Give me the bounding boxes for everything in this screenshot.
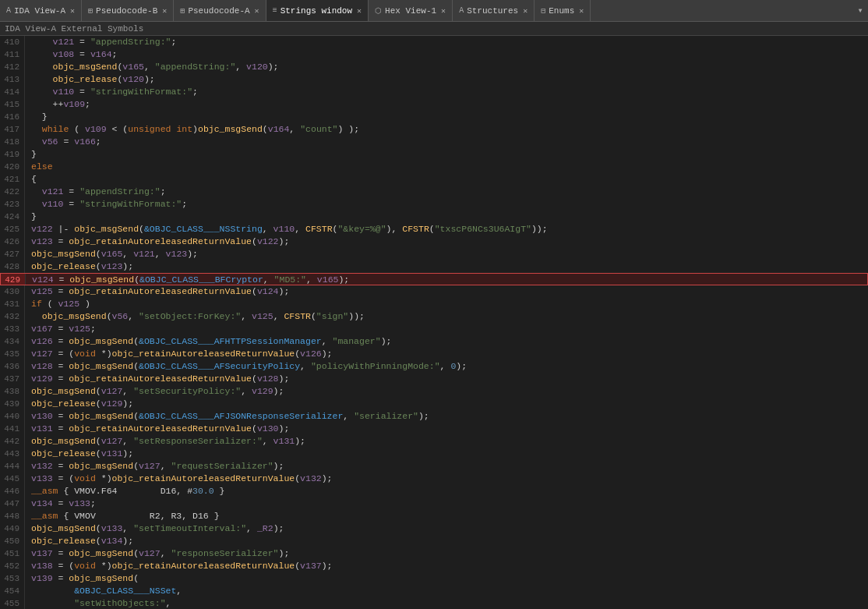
code-row[interactable]: 450objc_release(v134); [0, 535, 868, 547]
code-row[interactable]: 440v130 = objc_msgSend(&OBJC_CLASS___AFJ… [0, 410, 868, 423]
line-number[interactable]: 415 [0, 98, 25, 111]
code-row[interactable]: 422 v121 = "appendString:"; [0, 186, 868, 198]
line-number[interactable]: 455 [0, 597, 25, 609]
line-number[interactable]: 418 [0, 136, 25, 148]
code-row[interactable]: 423 v110 = "stringWithFormat:"; [0, 198, 868, 211]
code-row[interactable]: 438objc_msgSend(v127, "setSecurityPolicy… [0, 385, 868, 398]
code-row[interactable]: 432 objc_msgSend(v56, "setObject:ForKey:… [0, 310, 868, 323]
line-number[interactable]: 437 [0, 373, 25, 385]
code-row[interactable]: 430v125 = objc_retainAutoreleasedReturnV… [0, 285, 868, 298]
code-row[interactable]: 412 objc_msgSend(v165, "appendString:", … [0, 61, 868, 73]
code-area[interactable]: 410 v121 = "appendString:";411 v108 = v1… [0, 36, 868, 609]
line-number[interactable]: 435 [0, 348, 25, 360]
line-number[interactable]: 422 [0, 186, 25, 198]
line-number[interactable]: 434 [0, 335, 25, 348]
line-number[interactable]: 416 [0, 111, 25, 123]
code-row[interactable]: 454 &OBJC_CLASS___NSSet, [0, 585, 868, 597]
line-number[interactable]: 432 [0, 310, 25, 323]
tab-ida-close[interactable]: ✕ [70, 6, 75, 16]
line-number[interactable]: 426 [0, 235, 25, 248]
code-row[interactable]: 448__asm { VMOV R2, R3, D16 } [0, 510, 868, 522]
line-number[interactable]: 436 [0, 360, 25, 373]
code-row[interactable]: 424} [0, 211, 868, 223]
code-row[interactable]: 434v126 = objc_msgSend(&OBJC_CLASS___AFH… [0, 335, 868, 348]
line-number[interactable]: 417 [0, 123, 25, 136]
code-row[interactable]: 433v167 = v125; [0, 323, 868, 335]
line-number[interactable]: 433 [0, 323, 25, 335]
line-number[interactable]: 447 [0, 497, 25, 510]
line-number[interactable]: 431 [0, 298, 25, 310]
line-number[interactable]: 453 [0, 572, 25, 585]
line-number[interactable]: 442 [0, 435, 25, 448]
code-row[interactable]: 447v134 = v133; [0, 497, 868, 510]
line-number[interactable]: 424 [0, 211, 25, 223]
code-row[interactable]: 452v138 = (void *)objc_retainAutorelease… [0, 560, 868, 572]
code-row[interactable]: 416 } [0, 111, 868, 123]
tab-structures[interactable]: A Structures ✕ [453, 0, 535, 22]
line-number[interactable]: 445 [0, 473, 25, 485]
code-row[interactable]: 444v132 = objc_msgSend(v127, "requestSer… [0, 460, 868, 473]
line-number[interactable]: 440 [0, 410, 25, 423]
line-number[interactable]: 423 [0, 198, 25, 211]
code-row[interactable]: 443objc_release(v131); [0, 448, 868, 460]
line-number[interactable]: 451 [0, 547, 25, 560]
tab-strings-close[interactable]: ✕ [357, 6, 362, 16]
code-row[interactable]: 439objc_release(v129); [0, 398, 868, 410]
line-number[interactable]: 439 [0, 398, 25, 410]
line-number[interactable]: 449 [0, 522, 25, 535]
line-number[interactable]: 414 [0, 86, 25, 98]
code-row[interactable]: 425v122 |- objc_msgSend(&OBJC_CLASS___NS… [0, 223, 868, 235]
code-row[interactable]: 431if ( v125 ) [0, 298, 868, 310]
code-row[interactable]: 420else [0, 161, 868, 173]
code-row[interactable]: 436v128 = objc_msgSend(&OBJC_CLASS___AFS… [0, 360, 868, 373]
line-number[interactable]: 448 [0, 510, 25, 522]
code-row[interactable]: 414 v110 = "stringWithFormat:"; [0, 86, 868, 98]
line-number[interactable]: 427 [0, 248, 25, 260]
line-number[interactable]: 454 [0, 585, 25, 597]
code-row[interactable]: 451v137 = objc_msgSend(v127, "responseSe… [0, 547, 868, 560]
code-row[interactable]: 429v124 = objc_msgSend(&OBJC_CLASS___BFC… [0, 273, 868, 285]
code-scroll[interactable]: 410 v121 = "appendString:";411 v108 = v1… [0, 36, 868, 609]
tab-pseudocode-a-close[interactable]: ✕ [255, 6, 259, 16]
line-number[interactable]: 421 [0, 173, 25, 186]
line-number[interactable]: 425 [0, 223, 25, 235]
code-row[interactable]: 442objc_msgSend(v127, "setResponseSerial… [0, 435, 868, 448]
line-number[interactable]: 441 [0, 423, 25, 435]
tab-hex-close[interactable]: ✕ [441, 6, 446, 16]
code-row[interactable]: 435v127 = (void *)objc_retainAutorelease… [0, 348, 868, 360]
code-row[interactable]: 413 objc_release(v120); [0, 73, 868, 86]
line-number[interactable]: 420 [0, 161, 25, 173]
code-row[interactable]: 437v129 = objc_retainAutoreleasedReturnV… [0, 373, 868, 385]
code-row[interactable]: 418 v56 = v166; [0, 136, 868, 148]
tab-pseudocode-b-close[interactable]: ✕ [162, 6, 167, 16]
tab-enums-close[interactable]: ✕ [579, 6, 584, 16]
tab-enums[interactable]: ⊟ Enums ✕ [535, 0, 591, 22]
code-row[interactable]: 453v139 = objc_msgSend( [0, 572, 868, 585]
code-row[interactable]: 455 "setWithObjects:", [0, 597, 868, 609]
code-row[interactable]: 428objc_release(v123); [0, 260, 868, 273]
code-row[interactable]: 445v133 = (void *)objc_retainAutorelease… [0, 473, 868, 485]
code-row[interactable]: 427objc_msgSend(v165, v121, v123); [0, 248, 868, 260]
code-row[interactable]: 421{ [0, 173, 868, 186]
code-row[interactable]: 441v131 = objc_retainAutoreleasedReturnV… [0, 423, 868, 435]
code-row[interactable]: 446__asm { VMOV.F64 D16, #30.0 } [0, 485, 868, 497]
line-number[interactable]: 446 [0, 485, 25, 497]
line-number[interactable]: 429 [1, 274, 26, 285]
code-row[interactable]: 410 v121 = "appendString:"; [0, 36, 868, 48]
line-number[interactable]: 413 [0, 73, 25, 86]
line-number[interactable]: 430 [0, 285, 25, 298]
tab-strings-window[interactable]: ≡ Strings window ✕ [266, 0, 369, 22]
code-row[interactable]: 411 v108 = v164; [0, 48, 868, 61]
tab-overflow-button[interactable]: ▾ [852, 0, 868, 22]
line-number[interactable]: 438 [0, 385, 25, 398]
code-row[interactable]: 415 ++v109; [0, 98, 868, 111]
code-row[interactable]: 449objc_msgSend(v133, "setTimeoutInterva… [0, 522, 868, 535]
line-number[interactable]: 412 [0, 61, 25, 73]
line-number[interactable]: 419 [0, 148, 25, 161]
line-number[interactable]: 410 [0, 36, 25, 48]
line-number[interactable]: 443 [0, 448, 25, 460]
tab-pseudocode-a[interactable]: ⊞ Pseudocode-A ✕ [174, 0, 266, 22]
tab-hex-view-1[interactable]: ⬡ Hex View-1 ✕ [369, 0, 453, 22]
code-row[interactable]: 426v123 = objc_retainAutoreleasedReturnV… [0, 235, 868, 248]
line-number[interactable]: 444 [0, 460, 25, 473]
